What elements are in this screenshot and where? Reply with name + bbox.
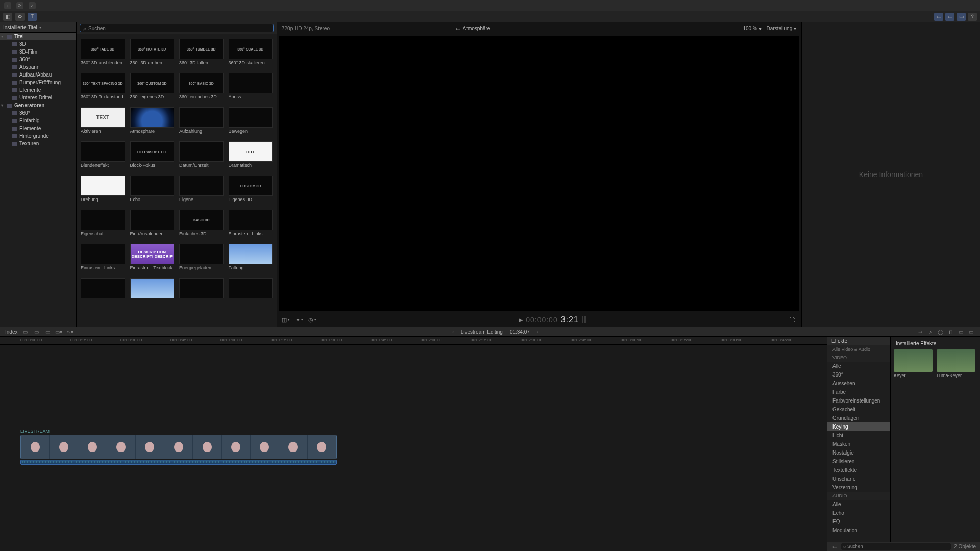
effect-category-12[interactable]: Nostalgie (827, 448, 890, 457)
effect-category-4[interactable]: Aussehen (827, 379, 890, 388)
title-tile-3[interactable]: 360° SCALE 3D360° 3D skalieren (229, 39, 273, 66)
effects-search[interactable]: ⌕ Suchen (841, 543, 951, 550)
titlebar-btn-1[interactable]: ↓ (4, 2, 11, 9)
title-tile-19[interactable]: CUSTOM 3DEigenes 3D (229, 176, 273, 203)
layout-3-icon[interactable]: ▭ (957, 13, 966, 21)
skimming-icon[interactable]: ⊸ (917, 329, 924, 335)
eff-view-icon[interactable]: ▭ (831, 543, 838, 549)
title-tile-31[interactable] (229, 278, 273, 305)
effect-category-5[interactable]: Farbe (827, 388, 890, 396)
share-icon[interactable]: ⇪ (968, 13, 977, 21)
connect-icon[interactable]: ▭▾ (55, 329, 62, 335)
effect-category-8[interactable]: Grundlagen (827, 414, 890, 422)
layout-2-icon[interactable]: ▭ (945, 13, 954, 21)
title-tile-9[interactable]: Atmosphäre (130, 107, 175, 134)
effect-category-7[interactable]: Gekachelt (827, 405, 890, 414)
titlebar-btn-3[interactable]: ✓ (29, 2, 36, 9)
fullscreen-icon[interactable]: ⛶ (788, 316, 796, 323)
effect-category-16[interactable]: Verzerrung (827, 483, 890, 492)
overwrite-icon[interactable]: ▭ (44, 329, 51, 335)
zoom-dropdown[interactable]: 100 % ▾ (743, 26, 761, 31)
title-tile-12[interactable]: Blendeneffekt (81, 141, 125, 168)
effect-category-19[interactable]: Echo (827, 509, 890, 517)
title-tile-10[interactable]: Aufzählung (179, 107, 224, 134)
sidebar-item-3[interactable]: 360° (0, 56, 76, 63)
title-tile-15[interactable]: TITLEDramatisch (229, 141, 273, 168)
library-icon[interactable]: ◧ (3, 13, 12, 21)
titlebar-btn-2[interactable]: ⟳ (16, 2, 23, 9)
transform-tool[interactable]: ◫ (282, 316, 290, 323)
title-tile-1[interactable]: 360° ROTATE 3D360° 3D drehen (130, 39, 175, 66)
sidebar-item-4[interactable]: Abspann (0, 63, 76, 71)
title-tile-20[interactable]: Eigenschaft (81, 210, 125, 237)
effect-category-13[interactable]: Stilisieren (827, 457, 890, 466)
effect-category-6[interactable]: Farbvoreinstellungen (827, 396, 890, 405)
title-tile-5[interactable]: 360° CUSTOM 3D360° eigenes 3D (130, 73, 175, 100)
retime-tool[interactable]: ◷ (308, 316, 316, 323)
sidebar-item-6[interactable]: Bumper/Eröffnung (0, 79, 76, 86)
photos-icon[interactable]: ✿ (15, 13, 24, 21)
layout-1-icon[interactable]: ▭ (934, 13, 943, 21)
title-tile-0[interactable]: 360° FADE 3D360° 3D ausblenden (81, 39, 125, 66)
append-icon[interactable]: ▭ (33, 329, 40, 335)
next-edit-icon[interactable]: › (537, 330, 538, 334)
effect-category-15[interactable]: Unschärfe (827, 474, 890, 483)
title-tile-8[interactable]: TEXTAktivieren (81, 107, 125, 134)
title-tile-29[interactable] (130, 278, 175, 305)
lane-icon[interactable]: ▭ (958, 329, 965, 335)
title-tile-27[interactable]: Faltung (229, 244, 273, 271)
audio-skim-icon[interactable]: ♪ (927, 329, 934, 335)
effect-category-3[interactable]: 360° (827, 370, 890, 379)
title-tile-13[interactable]: TITLE\nSUBTITLEBlock-Fokus (130, 141, 175, 168)
arrow-tool[interactable]: ↖▾ (66, 329, 74, 335)
search-input[interactable]: ⌕ Suchen (80, 24, 274, 32)
effect-category-10[interactable]: Licht (827, 431, 890, 440)
view-dropdown[interactable]: Darstellung ▾ (767, 26, 796, 31)
sidebar-item-8[interactable]: Unteres Drittel (0, 94, 76, 102)
title-tile-6[interactable]: 360° BASIC 3D360° einfaches 3D (179, 73, 224, 100)
snap-icon[interactable]: ⊓ (947, 329, 954, 335)
effect-category-14[interactable]: Texteffekte (827, 466, 890, 474)
sidebar-item-2[interactable]: 3D-Film (0, 48, 76, 56)
insert-icon[interactable]: ▭ (21, 329, 29, 335)
sidebar-item-1[interactable]: 3D (0, 40, 76, 48)
effect-category-20[interactable]: EQ (827, 517, 890, 526)
sidebar-item-10[interactable]: 360° (0, 109, 76, 117)
sidebar-item-11[interactable]: Einfarbig (0, 117, 76, 124)
prev-edit-icon[interactable]: ‹ (452, 330, 454, 334)
timeline-ruler[interactable]: 00:00:00:0000:00:15:0000:00:30:0000:00:4… (0, 337, 827, 345)
video-clip[interactable] (20, 435, 337, 459)
enhance-tool[interactable]: ✦ (295, 316, 303, 323)
play-button[interactable]: ▶ (519, 317, 523, 323)
title-tile-30[interactable] (179, 278, 224, 305)
effect-category-2[interactable]: Alle (827, 362, 890, 370)
title-tile-14[interactable]: Datum/Uhrzeit (179, 141, 224, 168)
effect-tile-1[interactable]: Luma-Keyer (937, 349, 975, 378)
effect-tile-0[interactable]: Keyer (894, 349, 933, 378)
solo-icon[interactable]: ◯ (937, 329, 944, 335)
title-tile-2[interactable]: 360° TUMBLE 3D360° 3D fallen (179, 39, 224, 66)
effects-toggle[interactable]: ▭ (968, 329, 975, 335)
effect-category-21[interactable]: Modulation (827, 526, 890, 535)
title-tile-25[interactable]: DESCRIPTION DESCRIPTI DESCRIPEinrasten -… (130, 244, 175, 271)
effect-category-11[interactable]: Masken (827, 440, 890, 448)
sidebar-item-9[interactable]: Generatoren (0, 102, 76, 109)
title-tile-28[interactable] (81, 278, 125, 305)
title-tile-24[interactable]: Einrasten - Links (81, 244, 125, 271)
viewer-canvas[interactable] (279, 36, 799, 311)
title-tile-7[interactable]: Abriss (229, 73, 273, 100)
title-tile-4[interactable]: 360° TEXT SPACING 3D360° 3D Textabstand (81, 73, 125, 100)
title-tile-23[interactable]: Einrasten - Links (229, 210, 273, 237)
sidebar-item-0[interactable]: Titel (0, 33, 76, 40)
title-tile-11[interactable]: Bewegen (229, 107, 273, 134)
audio-clip[interactable] (20, 460, 337, 465)
title-tile-16[interactable]: Drehung (81, 176, 125, 203)
title-tile-18[interactable]: Eigene (179, 176, 224, 203)
sidebar-item-12[interactable]: Elemente (0, 124, 76, 132)
playhead[interactable] (141, 337, 141, 551)
effect-category-9[interactable]: Keying (827, 422, 890, 431)
sidebar-item-5[interactable]: Aufbau/Abbau (0, 71, 76, 79)
sidebar-item-13[interactable]: Hintergründe (0, 132, 76, 140)
title-tile-17[interactable]: Echo (130, 176, 175, 203)
titles-icon[interactable]: T (28, 13, 37, 21)
